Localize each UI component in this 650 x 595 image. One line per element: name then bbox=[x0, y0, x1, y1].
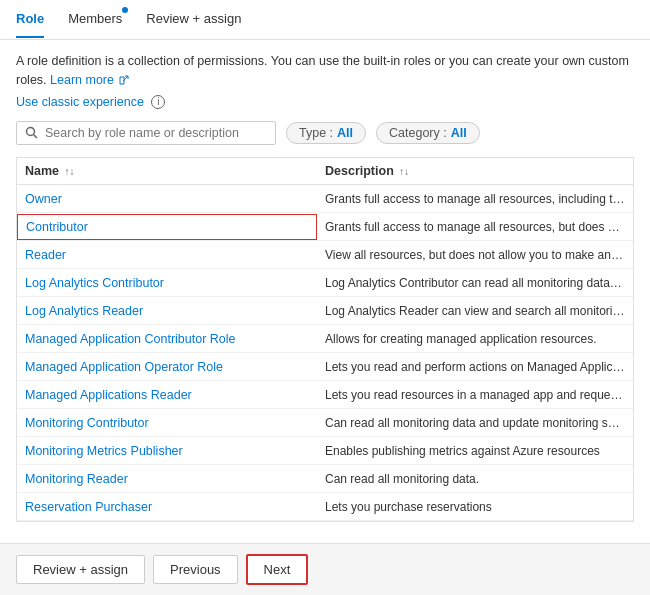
row-name[interactable]: Reservation Purchaser bbox=[17, 495, 317, 519]
row-desc: Lets you read resources in a managed app… bbox=[317, 383, 633, 407]
previous-button[interactable]: Previous bbox=[153, 555, 238, 584]
row-desc: Allows for creating managed application … bbox=[317, 327, 633, 351]
category-filter[interactable]: Category : All bbox=[376, 122, 480, 144]
row-name[interactable]: Managed Applications Reader bbox=[17, 383, 317, 407]
row-name[interactable]: Contributor bbox=[17, 214, 317, 240]
name-sort-icon[interactable]: ↑↓ bbox=[65, 166, 75, 177]
top-navigation: Role Members Review + assign bbox=[0, 0, 650, 40]
row-name[interactable]: Reader bbox=[17, 243, 317, 267]
external-link-icon bbox=[119, 75, 129, 85]
table-row[interactable]: Monitoring Metrics Publisher Enables pub… bbox=[17, 437, 633, 465]
row-desc: Can read all monitoring data and update … bbox=[317, 411, 633, 435]
row-desc: Grants full access to manage all resourc… bbox=[317, 215, 633, 239]
row-desc: View all resources, but does not allow y… bbox=[317, 243, 633, 267]
learn-more-link[interactable]: Learn more bbox=[50, 73, 129, 87]
row-desc: Log Analytics Contributor can read all m… bbox=[317, 271, 633, 295]
row-name[interactable]: Log Analytics Contributor bbox=[17, 271, 317, 295]
row-desc: Log Analytics Reader can view and search… bbox=[317, 299, 633, 323]
review-assign-button[interactable]: Review + assign bbox=[16, 555, 145, 584]
table-row[interactable]: Reservation Purchaser Lets you purchase … bbox=[17, 493, 633, 521]
info-icon: i bbox=[151, 95, 165, 109]
svg-line-1 bbox=[34, 135, 38, 139]
row-desc: Can read all monitoring data. bbox=[317, 467, 633, 491]
page-container: Role Members Review + assign A role defi… bbox=[0, 0, 650, 595]
tab-role[interactable]: Role bbox=[16, 1, 44, 38]
row-name[interactable]: Managed Application Operator Role bbox=[17, 355, 317, 379]
search-filter-row: Type : All Category : All bbox=[16, 121, 634, 145]
row-desc: Enables publishing metrics against Azure… bbox=[317, 439, 633, 463]
table-row[interactable]: Managed Applications Reader Lets you rea… bbox=[17, 381, 633, 409]
table-row[interactable]: Reader View all resources, but does not … bbox=[17, 241, 633, 269]
use-classic-link[interactable]: Use classic experience bbox=[16, 95, 147, 109]
svg-point-0 bbox=[27, 128, 35, 136]
members-dot bbox=[122, 7, 128, 13]
footer: Review + assign Previous Next bbox=[0, 543, 650, 595]
table-row[interactable]: Monitoring Contributor Can read all moni… bbox=[17, 409, 633, 437]
row-name[interactable]: Managed Application Contributor Role bbox=[17, 327, 317, 351]
search-input[interactable] bbox=[45, 126, 267, 140]
table-row[interactable]: Managed Application Contributor Role All… bbox=[17, 325, 633, 353]
role-description: A role definition is a collection of per… bbox=[16, 52, 634, 90]
table-row[interactable]: Monitoring Reader Can read all monitorin… bbox=[17, 465, 633, 493]
col-desc-header: Description ↑↓ bbox=[317, 164, 633, 178]
desc-sort-icon[interactable]: ↑↓ bbox=[399, 166, 409, 177]
table-row[interactable]: Owner Grants full access to manage all r… bbox=[17, 185, 633, 213]
row-desc: Lets you read and perform actions on Man… bbox=[317, 355, 633, 379]
table-row[interactable]: Managed Application Operator Role Lets y… bbox=[17, 353, 633, 381]
row-desc: Lets you purchase reservations bbox=[317, 495, 633, 519]
row-desc: Grants full access to manage all resourc… bbox=[317, 187, 633, 211]
roles-table: Name ↑↓ Description ↑↓ Owner Grants full… bbox=[16, 157, 634, 522]
tab-review-assign[interactable]: Review + assign bbox=[146, 1, 241, 38]
table-row[interactable]: Log Analytics Reader Log Analytics Reade… bbox=[17, 297, 633, 325]
type-filter[interactable]: Type : All bbox=[286, 122, 366, 144]
search-box bbox=[16, 121, 276, 145]
row-name[interactable]: Monitoring Reader bbox=[17, 467, 317, 491]
row-name[interactable]: Monitoring Contributor bbox=[17, 411, 317, 435]
row-name[interactable]: Monitoring Metrics Publisher bbox=[17, 439, 317, 463]
table-header: Name ↑↓ Description ↑↓ bbox=[17, 158, 633, 185]
search-icon bbox=[25, 126, 39, 140]
classic-experience-row: Use classic experience i bbox=[16, 94, 634, 110]
tab-members[interactable]: Members bbox=[68, 1, 122, 38]
row-name[interactable]: Log Analytics Reader bbox=[17, 299, 317, 323]
table-row[interactable]: Log Analytics Contributor Log Analytics … bbox=[17, 269, 633, 297]
col-name-header: Name ↑↓ bbox=[17, 164, 317, 178]
next-button[interactable]: Next bbox=[246, 554, 309, 585]
row-name[interactable]: Owner bbox=[17, 187, 317, 211]
table-row[interactable]: Contributor Grants full access to manage… bbox=[17, 213, 633, 241]
main-content: A role definition is a collection of per… bbox=[0, 40, 650, 522]
